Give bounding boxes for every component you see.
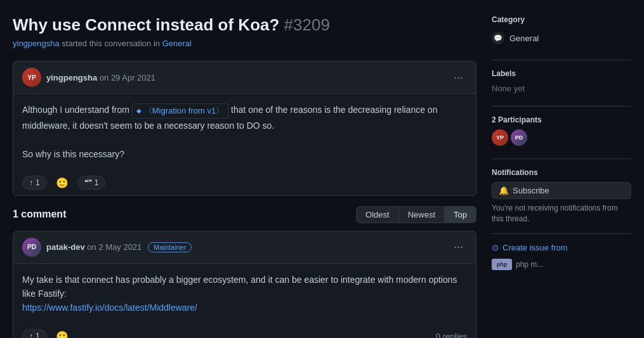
comment-author[interactable]: patak-dev xyxy=(46,242,85,252)
comments-section-header: 1 comment Oldest Newest Top xyxy=(13,206,476,223)
quote-icon: ❝❞ xyxy=(84,178,92,187)
quote-button[interactable]: ❝❞ 1 xyxy=(77,176,106,190)
subtitle-middle: started this conversation in xyxy=(62,39,160,48)
comment-body-text: My take is that connect has probably a b… xyxy=(22,273,467,301)
comment-avatar: PD xyxy=(22,238,41,257)
comment-upvote-count: 1 xyxy=(36,332,40,338)
emoji-button[interactable]: 🙂 xyxy=(52,176,72,190)
original-post-author[interactable]: yingpengsha xyxy=(46,73,97,82)
sidebar-notifications-section: Notifications 🔔 Subscribe You're not rec… xyxy=(492,168,631,224)
title-text: Why use Connect instead of Koa? xyxy=(13,15,279,34)
sidebar-divider-3 xyxy=(492,159,631,159)
page-subtitle: yingpengsha started this conversation in… xyxy=(13,39,476,48)
sidebar-notifications-label: Notifications xyxy=(492,168,631,177)
sidebar-labels-label: Labels xyxy=(492,69,631,78)
php-badge: php php m... xyxy=(492,259,631,270)
issue-number: #3209 xyxy=(284,15,330,34)
body-line2: So why is this necessary? xyxy=(22,147,467,161)
comment-meta: patak-dev on 2 May 2021 Maintainer xyxy=(46,242,192,252)
subtitle-user-link[interactable]: yingpengsha xyxy=(13,39,60,48)
original-post-body: Although I understand from 〈Migration fr… xyxy=(13,94,476,171)
upvote-arrow-icon: ↑ xyxy=(29,178,33,187)
sort-buttons-group: Oldest Newest Top xyxy=(356,206,476,223)
comment-footer: ↑ 1 🙂 0 replies xyxy=(13,324,476,338)
original-post-avatar: YP xyxy=(22,68,41,87)
sort-top-button[interactable]: Top xyxy=(445,206,476,223)
sidebar-participants-section: 2 participants YP PD xyxy=(492,115,631,146)
sidebar-labels-section: Labels None yet xyxy=(492,69,631,93)
original-post-meta: yingpengsha on 29 Apr 2021 xyxy=(46,73,155,82)
sidebar-divider-1 xyxy=(492,60,631,60)
main-content: Why use Connect instead of Koa? #3209 yi… xyxy=(13,15,476,338)
original-post-footer: ↑ 1 🙂 ❝❞ 1 xyxy=(13,171,476,195)
comment-author-info: PD patak-dev on 2 May 2021 Maintainer xyxy=(22,238,192,257)
comment-upvote-arrow-icon: ↑ xyxy=(29,332,33,338)
php-icon: php xyxy=(492,259,512,270)
participants-row: YP PD xyxy=(492,129,631,146)
original-post-header: YP yingpengsha on 29 Apr 2021 ··· xyxy=(13,62,476,94)
bell-icon: 🔔 xyxy=(499,186,509,195)
sidebar-category-item: 💬 General xyxy=(492,29,631,47)
sidebar-create-issue-section: ⊙ Create issue from php php m... xyxy=(492,243,631,270)
sidebar-labels-value: None yet xyxy=(492,84,525,93)
upvote-button[interactable]: ↑ 1 xyxy=(22,176,47,190)
page-title: Why use Connect instead of Koa? #3209 xyxy=(13,15,476,35)
quote-count: 1 xyxy=(95,178,99,187)
participant-avatar-2: PD xyxy=(511,129,527,146)
comment-date: on 2 May 2021 xyxy=(87,242,141,252)
php-label: php m... xyxy=(516,260,543,269)
comment-upvote-button[interactable]: ↑ 1 xyxy=(22,329,47,338)
comments-count: 1 comment xyxy=(13,209,66,220)
create-issue-circle-icon: ⊙ xyxy=(492,243,499,252)
sidebar-category-label: Category xyxy=(492,15,631,24)
sort-newest-button[interactable]: Newest xyxy=(399,206,445,223)
migration-link[interactable]: 〈Migration from v1〉 xyxy=(132,103,228,119)
comment-card: PD patak-dev on 2 May 2021 Maintainer ··… xyxy=(13,231,476,338)
sidebar-divider-4 xyxy=(492,233,631,234)
sidebar: Category 💬 General Labels None yet 2 par… xyxy=(492,15,631,338)
comment-more-button[interactable]: ··· xyxy=(450,239,467,255)
comment-header: PD patak-dev on 2 May 2021 Maintainer ··… xyxy=(13,231,476,264)
subscribe-button[interactable]: 🔔 Subscribe xyxy=(492,182,631,199)
sidebar-participants-label: 2 participants xyxy=(492,115,631,124)
body-before-link: Although I understand from xyxy=(22,105,129,115)
sidebar-category-name[interactable]: General xyxy=(509,34,539,43)
replies-count: 0 replies xyxy=(436,332,467,338)
create-issue-button[interactable]: ⊙ Create issue from xyxy=(492,243,568,252)
subtitle-category: General xyxy=(162,39,192,48)
comment-emoji-button[interactable]: 🙂 xyxy=(52,329,72,338)
original-post-author-info: YP yingpengsha on 29 Apr 2021 xyxy=(22,68,155,87)
original-post-more-button[interactable]: ··· xyxy=(450,70,467,86)
upvote-count: 1 xyxy=(36,178,40,187)
participant-avatar-1: YP xyxy=(492,129,508,146)
original-post-card: YP yingpengsha on 29 Apr 2021 ··· Althou… xyxy=(13,61,476,196)
maintainer-badge: Maintainer xyxy=(148,242,192,252)
comment-body: My take is that connect has probably a b… xyxy=(13,264,476,324)
comment-link[interactable]: https://www.fastify.io/docs/latest/Middl… xyxy=(22,302,197,313)
sidebar-divider-2 xyxy=(492,106,631,107)
category-icon: 💬 xyxy=(492,32,504,44)
original-post-date: on 29 Apr 2021 xyxy=(100,73,155,82)
create-issue-label: Create issue from xyxy=(503,243,568,252)
subscribe-label: Subscribe xyxy=(513,186,549,195)
sort-oldest-button[interactable]: Oldest xyxy=(356,206,399,223)
notification-description: You're not receiving notifications from … xyxy=(492,203,631,224)
sidebar-category-section: Category 💬 General xyxy=(492,15,631,47)
